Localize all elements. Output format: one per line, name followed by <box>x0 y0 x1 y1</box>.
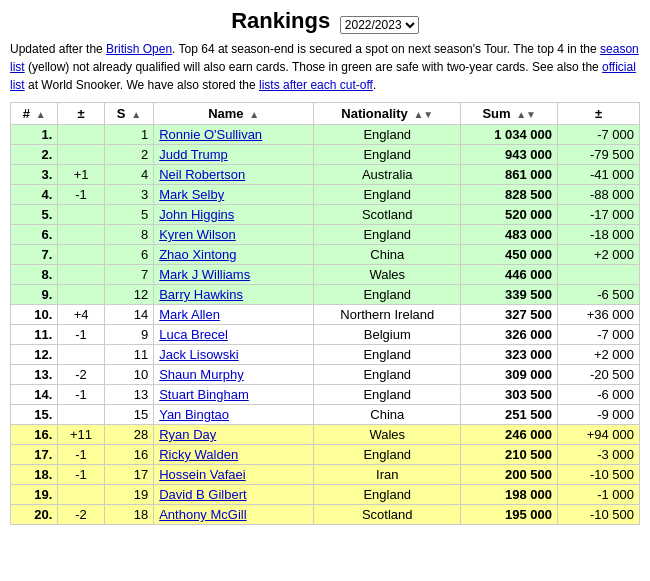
cell-seed: 1 <box>104 125 153 145</box>
cell-nationality: England <box>314 485 461 505</box>
table-row: 7. 6 Zhao Xintong China 450 000 +2 000 <box>11 245 640 265</box>
cell-sum: 1 034 000 <box>461 125 558 145</box>
cell-sum: 323 000 <box>461 345 558 365</box>
cell-plusminus <box>58 145 104 165</box>
cell-seed: 19 <box>104 485 153 505</box>
cell-nationality: England <box>314 445 461 465</box>
cell-rank: 13. <box>11 365 58 385</box>
cell-seed: 11 <box>104 345 153 365</box>
cell-plusminus <box>58 265 104 285</box>
cell-delta: +2 000 <box>558 345 640 365</box>
season-select[interactable]: 2022/2023 <box>340 16 419 34</box>
cell-plusminus: +1 <box>58 165 104 185</box>
cell-name: Yan Bingtao <box>154 405 314 425</box>
cell-nationality: Wales <box>314 425 461 445</box>
player-link[interactable]: Neil Robertson <box>159 167 245 182</box>
cell-delta: -9 000 <box>558 405 640 425</box>
table-body: 1. 1 Ronnie O'Sullivan England 1 034 000… <box>11 125 640 525</box>
cell-sum: 195 000 <box>461 505 558 525</box>
cell-name: Shaun Murphy <box>154 365 314 385</box>
cell-seed: 9 <box>104 325 153 345</box>
page-title: Rankings <box>231 8 330 33</box>
cell-delta: -1 000 <box>558 485 640 505</box>
cell-seed: 10 <box>104 365 153 385</box>
col-name: Name ▲ <box>154 103 314 125</box>
player-link[interactable]: John Higgins <box>159 207 234 222</box>
player-link[interactable]: Hossein Vafaei <box>159 467 245 482</box>
cell-plusminus: +11 <box>58 425 104 445</box>
cell-seed: 18 <box>104 505 153 525</box>
cell-delta: -6 000 <box>558 385 640 405</box>
table-row: 13. -2 10 Shaun Murphy England 309 000 -… <box>11 365 640 385</box>
player-link[interactable]: Kyren Wilson <box>159 227 236 242</box>
cell-seed: 15 <box>104 405 153 425</box>
cell-seed: 4 <box>104 165 153 185</box>
cell-rank: 9. <box>11 285 58 305</box>
cell-nationality: Northern Ireland <box>314 305 461 325</box>
cell-delta: -6 500 <box>558 285 640 305</box>
cell-sum: 200 500 <box>461 465 558 485</box>
player-link[interactable]: David B Gilbert <box>159 487 246 502</box>
player-link[interactable]: Jack Lisowski <box>159 347 238 362</box>
player-link[interactable]: Mark Selby <box>159 187 224 202</box>
cell-nationality: England <box>314 185 461 205</box>
player-link[interactable]: Mark Allen <box>159 307 220 322</box>
british-open-link[interactable]: British Open <box>106 42 172 56</box>
cell-name: Neil Robertson <box>154 165 314 185</box>
table-row: 1. 1 Ronnie O'Sullivan England 1 034 000… <box>11 125 640 145</box>
col-rank: # ▲ <box>11 103 58 125</box>
cell-nationality: Wales <box>314 265 461 285</box>
cell-sum: 327 500 <box>461 305 558 325</box>
cell-rank: 1. <box>11 125 58 145</box>
cell-plusminus <box>58 285 104 305</box>
cell-seed: 16 <box>104 445 153 465</box>
cutoff-link[interactable]: lists after each cut-off <box>259 78 373 92</box>
player-link[interactable]: Ryan Day <box>159 427 216 442</box>
title-row: Rankings 2022/2023 <box>10 8 640 34</box>
cell-nationality: England <box>314 365 461 385</box>
cell-nationality: Iran <box>314 465 461 485</box>
cell-rank: 15. <box>11 405 58 425</box>
cell-name: Judd Trump <box>154 145 314 165</box>
cell-rank: 19. <box>11 485 58 505</box>
col-seed: S ▲ <box>104 103 153 125</box>
player-link[interactable]: Mark J Williams <box>159 267 250 282</box>
rankings-table: # ▲ ± S ▲ Name ▲ Nationality ▲▼ Sum ▲▼ ±… <box>10 102 640 525</box>
cell-plusminus <box>58 225 104 245</box>
player-link[interactable]: Yan Bingtao <box>159 407 229 422</box>
cell-nationality: Belgium <box>314 325 461 345</box>
col-plusminus: ± <box>58 103 104 125</box>
player-link[interactable]: Ronnie O'Sullivan <box>159 127 262 142</box>
cell-sum: 246 000 <box>461 425 558 445</box>
player-link[interactable]: Ricky Walden <box>159 447 238 462</box>
player-link[interactable]: Stuart Bingham <box>159 387 249 402</box>
player-link[interactable]: Barry Hawkins <box>159 287 243 302</box>
cell-plusminus <box>58 345 104 365</box>
player-link[interactable]: Zhao Xintong <box>159 247 236 262</box>
cell-rank: 6. <box>11 225 58 245</box>
player-link[interactable]: Shaun Murphy <box>159 367 244 382</box>
cell-delta: -18 000 <box>558 225 640 245</box>
cell-rank: 12. <box>11 345 58 365</box>
cell-sum: 303 500 <box>461 385 558 405</box>
cell-rank: 3. <box>11 165 58 185</box>
table-row: 9. 12 Barry Hawkins England 339 500 -6 5… <box>11 285 640 305</box>
cell-seed: 2 <box>104 145 153 165</box>
player-link[interactable]: Anthony McGill <box>159 507 246 522</box>
cell-nationality: China <box>314 245 461 265</box>
cell-plusminus: -1 <box>58 445 104 465</box>
cell-seed: 5 <box>104 205 153 225</box>
cell-delta: -88 000 <box>558 185 640 205</box>
cell-sum: 198 000 <box>461 485 558 505</box>
cell-rank: 10. <box>11 305 58 325</box>
cell-rank: 8. <box>11 265 58 285</box>
player-link[interactable]: Luca Brecel <box>159 327 228 342</box>
cell-sum: 210 500 <box>461 445 558 465</box>
cell-plusminus: -1 <box>58 185 104 205</box>
cell-nationality: England <box>314 225 461 245</box>
cell-nationality: England <box>314 145 461 165</box>
cell-rank: 14. <box>11 385 58 405</box>
cell-name: Barry Hawkins <box>154 285 314 305</box>
player-link[interactable]: Judd Trump <box>159 147 228 162</box>
cell-name: David B Gilbert <box>154 485 314 505</box>
